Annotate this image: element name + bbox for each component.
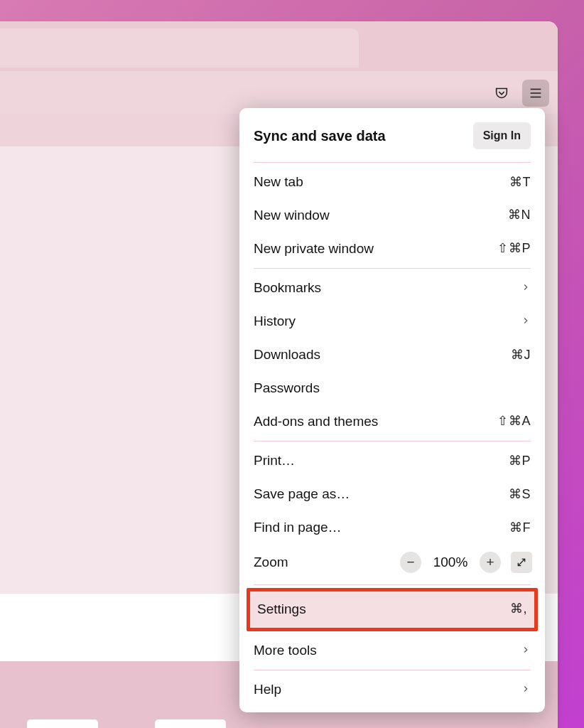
menu-item-print[interactable]: Print… ⌘P: [239, 444, 545, 478]
hamburger-icon: [528, 85, 544, 101]
sign-in-button[interactable]: Sign In: [473, 122, 531, 149]
menu-separator: [254, 670, 531, 670]
menu-item-label: History: [254, 314, 296, 330]
menu-item-label: More tools: [254, 643, 317, 659]
menu-item-label: Save page as…: [254, 486, 350, 503]
menu-item-shortcut: ⌘T: [509, 175, 531, 191]
menu-item-shortcut: ⇧⌘P: [497, 241, 531, 257]
menu-item-history[interactable]: History: [239, 305, 545, 338]
menu-item-label: Passwords: [254, 380, 320, 397]
fullscreen-button[interactable]: [511, 552, 532, 573]
bottom-tab[interactable]: [27, 719, 98, 728]
application-menu: Sync and save data Sign In New tab ⌘T Ne…: [239, 108, 545, 712]
menu-item-label: Downloads: [254, 347, 320, 363]
menu-item-label: Bookmarks: [254, 280, 321, 296]
menu-separator: [254, 441, 531, 441]
menu-item-settings[interactable]: Settings ⌘,: [250, 592, 534, 628]
menu-item-label: Help: [254, 682, 281, 698]
chevron-right-icon: [521, 643, 531, 659]
menu-item-shortcut: ⌘,: [510, 601, 527, 617]
menu-item-shortcut: ⌘S: [509, 487, 531, 503]
menu-item-find[interactable]: Find in page… ⌘F: [239, 511, 545, 545]
bottom-tab[interactable]: [155, 719, 226, 728]
minus-icon: −: [406, 555, 414, 570]
menu-item-more-tools[interactable]: More tools: [239, 634, 545, 668]
pocket-button[interactable]: [488, 80, 515, 107]
toolbar: [0, 71, 558, 114]
menu-item-new-tab[interactable]: New tab ⌘T: [239, 166, 545, 199]
menu-separator: [254, 584, 531, 585]
menu-item-label: New window: [254, 208, 330, 224]
active-tab[interactable]: [0, 28, 359, 68]
menu-item-downloads[interactable]: Downloads ⌘J: [239, 338, 545, 372]
settings-highlight: Settings ⌘,: [247, 588, 538, 631]
pocket-icon: [494, 85, 509, 101]
plus-icon: +: [486, 555, 494, 570]
menu-item-shortcut: ⌘P: [509, 454, 531, 469]
menu-item-label: New private window: [254, 241, 374, 257]
menu-item-label: Print…: [254, 453, 295, 469]
menu-item-shortcut: ⌘F: [509, 520, 531, 536]
chevron-right-icon: [521, 280, 531, 296]
zoom-value: 100%: [431, 555, 470, 570]
menu-item-new-window[interactable]: New window ⌘N: [239, 199, 545, 232]
menu-item-label: Add-ons and themes: [254, 414, 378, 430]
menu-item-label: Find in page…: [254, 520, 342, 536]
menu-item-passwords[interactable]: Passwords: [239, 372, 545, 405]
menu-item-shortcut: ⌘J: [511, 348, 531, 363]
zoom-in-button[interactable]: +: [480, 552, 501, 573]
menu-item-help[interactable]: Help: [239, 673, 545, 707]
menu-item-new-private-window[interactable]: New private window ⇧⌘P: [239, 232, 545, 266]
menu-item-shortcut: ⌘N: [508, 208, 531, 223]
menu-item-shortcut: ⇧⌘A: [497, 414, 531, 429]
sync-title: Sync and save data: [254, 128, 386, 144]
svg-line-3: [518, 559, 524, 565]
chevron-right-icon: [521, 682, 531, 698]
zoom-out-button[interactable]: −: [400, 552, 421, 573]
chevron-right-icon: [521, 314, 531, 330]
fullscreen-icon: [516, 557, 527, 568]
menu-item-save-page[interactable]: Save page as… ⌘S: [239, 478, 545, 511]
sync-header: Sync and save data Sign In: [239, 115, 545, 159]
menu-separator: [254, 162, 531, 163]
menu-item-label: Settings: [257, 601, 306, 618]
zoom-label: Zoom: [254, 555, 288, 570]
menu-item-bookmarks[interactable]: Bookmarks: [239, 272, 545, 305]
menu-item-label: New tab: [254, 174, 303, 191]
menu-item-addons[interactable]: Add-ons and themes ⇧⌘A: [239, 405, 545, 439]
menu-item-zoom: Zoom − 100% +: [239, 545, 545, 582]
menu-separator: [254, 268, 531, 269]
app-menu-button[interactable]: [522, 80, 549, 107]
tab-bar: [0, 21, 558, 71]
